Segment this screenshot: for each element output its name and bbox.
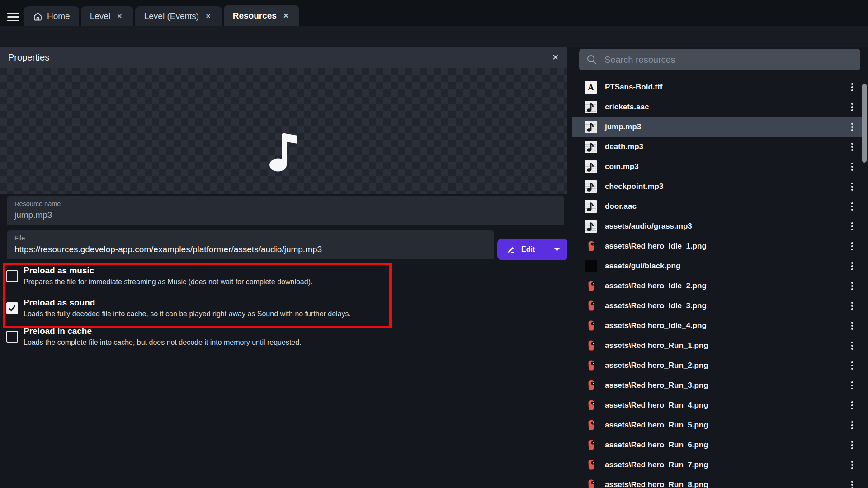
resource-name: assets\Red hero_Run_8.png: [605, 480, 845, 488]
svg-text:A: A: [587, 83, 594, 92]
resources-panel: Search resources A PTSans-Bold.ttf crick…: [567, 47, 868, 488]
home-icon: [33, 12, 42, 21]
resource-list-item[interactable]: assets\Red hero_Run_2.png: [572, 356, 862, 375]
resource-name: assets\Red hero_Idle_2.png: [605, 282, 845, 291]
resource-list-item[interactable]: assets\Red hero_Run_5.png: [572, 415, 862, 435]
resource-name: assets\Red hero_Idle_1.png: [605, 242, 845, 251]
tab[interactable]: Level ✕: [81, 6, 133, 26]
resource-list-item[interactable]: coin.mp3: [572, 157, 862, 177]
tab[interactable]: Resources ✕: [224, 5, 300, 26]
tab-bar: Home Level ✕ Level (Events) ✕ Resources …: [0, 0, 868, 26]
resource-icon: [585, 419, 597, 432]
tab-close-icon[interactable]: ✕: [281, 11, 291, 21]
resource-list-item[interactable]: assets\Red hero_Run_4.png: [572, 395, 862, 415]
kebab-menu-icon[interactable]: [845, 421, 859, 429]
resource-icon: [585, 101, 597, 113]
resource-name: assets\Red hero_Idle_3.png: [605, 301, 845, 310]
kebab-menu-icon[interactable]: [845, 242, 859, 250]
resource-list-item[interactable]: assets\Red hero_Run_1.png: [572, 336, 862, 356]
tab-label: Resources: [233, 11, 277, 21]
kebab-menu-icon[interactable]: [845, 342, 859, 350]
properties-title: Properties: [8, 52, 49, 63]
resource-list-item[interactable]: assets/audio/grass.mp3: [572, 216, 862, 236]
kebab-menu-icon[interactable]: [845, 83, 859, 91]
tab-close-icon[interactable]: ✕: [115, 11, 124, 21]
preload-option-row: Preload as sound Loads the fully decoded…: [0, 298, 497, 326]
resource-name: assets\Red hero_Idle_4.png: [605, 321, 845, 330]
resource-name: assets/gui/black.png: [605, 262, 845, 271]
resource-list-item[interactable]: assets\Red hero_Run_7.png: [572, 455, 862, 475]
option-description: Loads the complete file into cache, but …: [24, 338, 302, 347]
resource-name: assets\Red hero_Run_3.png: [605, 381, 845, 390]
chevron-down-icon: [554, 248, 560, 251]
resource-name: assets/audio/grass.mp3: [605, 222, 845, 231]
edit-label: Edit: [521, 245, 535, 253]
resource-list-item[interactable]: door.aac: [572, 197, 862, 216]
checkbox[interactable]: [6, 302, 18, 314]
resource-list-item[interactable]: jump.mp3: [572, 117, 862, 137]
kebab-menu-icon[interactable]: [845, 103, 859, 111]
resource-list-item[interactable]: assets\Red hero_Idle_2.png: [572, 276, 862, 296]
resource-list-item[interactable]: assets\Red hero_Idle_3.png: [572, 296, 862, 316]
kebab-menu-icon[interactable]: [845, 441, 859, 449]
kebab-menu-icon[interactable]: [845, 123, 859, 131]
resource-list-item[interactable]: assets\Red hero_Idle_1.png: [572, 236, 862, 256]
music-note-icon: [269, 130, 300, 174]
search-input[interactable]: Search resources: [579, 49, 860, 70]
edit-split-button: Edit: [497, 239, 568, 260]
resource-list-item[interactable]: crickets.aac: [572, 97, 862, 117]
file-label: File: [14, 235, 486, 242]
edit-button[interactable]: Edit: [497, 239, 546, 260]
resource-list-item[interactable]: assets/gui/black.png: [572, 256, 862, 276]
checkbox[interactable]: [6, 270, 18, 282]
tab[interactable]: Home: [24, 6, 79, 26]
edit-dropdown-button[interactable]: [546, 239, 568, 260]
resource-name: assets\Red hero_Run_6.png: [605, 441, 845, 450]
kebab-menu-icon[interactable]: [845, 322, 859, 330]
file-field[interactable]: File https://resources.gdevelop-app.com/…: [7, 230, 494, 259]
tab[interactable]: Level (Events) ✕: [135, 6, 222, 26]
resource-name: assets\Red hero_Run_7.png: [605, 460, 845, 469]
kebab-menu-icon[interactable]: [845, 361, 859, 370]
kebab-menu-icon[interactable]: [845, 461, 859, 469]
resource-icon: [585, 459, 597, 471]
resource-name: assets\Red hero_Run_5.png: [605, 421, 845, 430]
checkbox[interactable]: [6, 331, 18, 343]
resource-list-item[interactable]: A PTSans-Bold.ttf: [572, 77, 862, 97]
close-icon[interactable]: ✕: [552, 52, 559, 62]
resource-list-item[interactable]: assets\Red hero_Run_8.png: [572, 475, 862, 488]
resource-icon: [585, 439, 597, 451]
option-label: Preload in cache: [24, 326, 92, 336]
kebab-menu-icon[interactable]: [845, 143, 859, 151]
resource-list-item[interactable]: checkpoint.mp3: [572, 177, 862, 197]
resource-icon: A: [585, 81, 597, 94]
resource-list-item[interactable]: assets\Red hero_Run_6.png: [572, 435, 862, 455]
kebab-menu-icon[interactable]: [845, 202, 859, 211]
resource-name: PTSans-Bold.ttf: [605, 83, 845, 92]
scrollbar-thumb[interactable]: [862, 84, 867, 163]
kebab-menu-icon[interactable]: [845, 183, 859, 191]
hamburger-menu-icon[interactable]: [7, 13, 19, 22]
kebab-menu-icon[interactable]: [845, 401, 859, 409]
pencil-icon: [507, 245, 515, 253]
resource-icon: [585, 319, 597, 332]
resource-preview-area: [0, 68, 567, 194]
properties-header: Properties ✕: [0, 47, 567, 68]
kebab-menu-icon[interactable]: [845, 481, 859, 488]
kebab-menu-icon[interactable]: [845, 282, 859, 290]
tab-label: Level: [90, 11, 110, 21]
kebab-menu-icon[interactable]: [845, 381, 859, 389]
kebab-menu-icon[interactable]: [845, 302, 859, 310]
tab-close-icon[interactable]: ✕: [203, 11, 213, 21]
kebab-menu-icon[interactable]: [845, 262, 859, 270]
tab-label: Home: [47, 11, 70, 21]
resource-name-field[interactable]: Resource name jump.mp3: [7, 196, 564, 225]
tab-label: Level (Events): [144, 11, 199, 21]
resource-list-item[interactable]: assets\Red hero_Run_3.png: [572, 375, 862, 395]
kebab-menu-icon[interactable]: [845, 163, 859, 171]
kebab-menu-icon[interactable]: [845, 222, 859, 230]
option-description: Loads the fully decoded file into cache,…: [24, 310, 351, 318]
resource-icon: [585, 339, 597, 352]
resource-list-item[interactable]: assets\Red hero_Idle_4.png: [572, 316, 862, 336]
resource-list-item[interactable]: death.mp3: [572, 137, 862, 157]
